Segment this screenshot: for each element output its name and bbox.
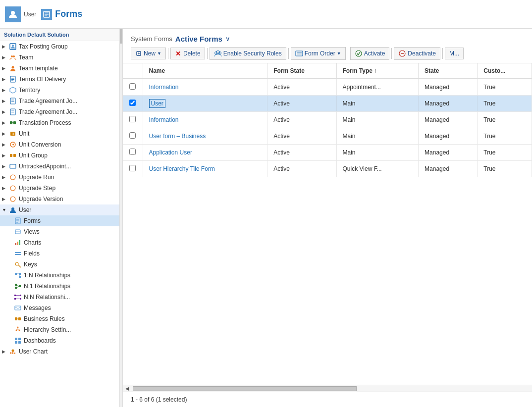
sidebar-item-upgrade-step[interactable]: ▶ Upgrade Step xyxy=(0,183,122,194)
row-checkbox-cell[interactable] xyxy=(123,161,143,177)
row-checkbox-cell[interactable] xyxy=(123,112,143,128)
deactivate-button[interactable]: Deactivate xyxy=(394,47,440,60)
sidebar-sub-item-forms[interactable]: Forms xyxy=(0,215,122,226)
sidebar-sub-item-charts[interactable]: Charts xyxy=(0,237,122,248)
forms-icon xyxy=(14,217,22,225)
svg-rect-40 xyxy=(17,242,18,245)
sidebar-sub-item-views[interactable]: Views xyxy=(0,226,122,237)
row-name-cell[interactable]: Information xyxy=(143,112,267,128)
svg-rect-26 xyxy=(10,154,12,157)
svg-line-55 xyxy=(17,286,19,288)
row-checkbox[interactable] xyxy=(129,83,136,90)
sidebar-section-title: Solution Default Solution xyxy=(0,29,122,41)
row-checkbox-cell[interactable] xyxy=(123,145,143,161)
form-order-button[interactable]: Form Order ▼ xyxy=(291,47,346,60)
sidebar-item-terms-of-delivery[interactable]: ▶ Terms Of Delivery xyxy=(0,74,122,85)
content-header: System Forms Active Forms ∨ New ▼ ✕ Dele… xyxy=(123,29,532,63)
sidebar-sub-label: Keys xyxy=(24,261,37,268)
row-checkbox[interactable] xyxy=(129,132,136,139)
sidebar-item-user[interactable]: ▼ User xyxy=(0,204,122,215)
enable-security-roles-button[interactable]: Enable Security Roles xyxy=(210,47,286,60)
sidebar-sub-item-messages[interactable]: Messages xyxy=(0,303,122,313)
sidebar-label: User xyxy=(19,206,31,213)
row-form-state-cell: Active xyxy=(267,96,336,112)
row-checkbox-cell[interactable] xyxy=(123,79,143,96)
row-checkbox-cell[interactable] xyxy=(123,128,143,145)
sidebar-item-user-chart[interactable]: ▶ User Chart xyxy=(0,346,122,357)
deactivate-icon xyxy=(398,50,406,57)
arrow-icon: ▶ xyxy=(2,142,8,147)
sidebar-sub-item-fields[interactable]: Fields xyxy=(0,248,122,259)
table-row: Application User Active Main Managed Tru… xyxy=(123,145,532,161)
sidebar-item-upgrade-run[interactable]: ▶ Upgrade Run xyxy=(0,172,122,183)
toolbar-separator-3 xyxy=(288,48,289,59)
row-checkbox[interactable] xyxy=(129,149,136,155)
row-checkbox[interactable] xyxy=(129,100,136,106)
sidebar-item-territory[interactable]: ▶ Territory xyxy=(0,85,122,96)
chevron-down-icon[interactable]: ∨ xyxy=(225,35,230,43)
sidebar-scroll-indicator xyxy=(119,29,122,407)
page-title: Forms xyxy=(55,9,82,19)
app-header: User Forms xyxy=(0,0,532,29)
sidebar-item-unit-conversion[interactable]: ▶ Unit Conversion xyxy=(0,139,122,150)
row-name-cell[interactable]: Application User xyxy=(143,145,267,161)
active-forms-label[interactable]: Active Forms xyxy=(175,35,222,43)
sidebar-sub-item-hierarchy[interactable]: Hierarchy Settin... xyxy=(0,324,122,335)
activate-button[interactable]: Activate xyxy=(350,47,390,60)
row-name-cell[interactable]: User xyxy=(143,96,267,112)
team-icon xyxy=(9,53,17,61)
sidebar-sub-item-1n-relationships[interactable]: 1:N Relationships xyxy=(0,270,122,281)
row-name-cell[interactable]: User form – Business xyxy=(143,128,267,145)
sidebar-item-trade-1[interactable]: ▶ Trade Agreement Jo... xyxy=(0,96,122,106)
table-row: Information Active Main Managed True xyxy=(123,112,532,128)
user-entity-icon xyxy=(9,206,17,214)
sidebar-item-trade-2[interactable]: ▶ Trade Agreement Jo... xyxy=(0,106,122,117)
sidebar-sub-item-n1-relationships[interactable]: N:1 Relationships xyxy=(0,281,122,292)
header-user-label: User xyxy=(24,11,36,18)
col-form-type[interactable]: Form Type ↑ xyxy=(336,63,419,79)
sidebar-sub-item-dashboards[interactable]: Dashboards xyxy=(0,335,122,346)
arrow-icon: ▶ xyxy=(2,120,8,125)
col-customizable[interactable]: Custo... xyxy=(478,63,532,79)
sidebar-sub-item-keys[interactable]: Keys xyxy=(0,259,122,270)
arrow-icon: ▶ xyxy=(2,197,8,202)
sidebar-label: Unit Group xyxy=(19,152,48,159)
table-row: User form – Business Active Main Managed… xyxy=(123,128,532,145)
col-form-state[interactable]: Form State xyxy=(267,63,336,79)
horizontal-scrollbar[interactable]: ◀ xyxy=(123,385,532,392)
row-name-cell[interactable]: Information xyxy=(143,79,267,96)
sidebar-sub-label: Views xyxy=(24,228,40,235)
sidebar-item-team-template[interactable]: ▶ Team template xyxy=(0,63,122,74)
breadcrumb-label: System Forms xyxy=(131,35,172,43)
entity-icon xyxy=(9,97,17,105)
svg-rect-63 xyxy=(15,317,17,320)
row-checkbox-cell[interactable] xyxy=(123,96,143,112)
col-name[interactable]: Name xyxy=(143,63,267,79)
delete-button[interactable]: ✕ Delete xyxy=(170,48,205,59)
sidebar-item-unit-group[interactable]: ▶ Unit Group xyxy=(0,150,122,161)
table-container: Name Form State Form Type ↑ State Custo.… xyxy=(123,63,532,385)
sidebar-sub-item-nn-relationships[interactable]: N:N Relationshi... xyxy=(0,292,122,303)
sidebar-label: Unit xyxy=(19,130,29,137)
toolbar-separator-2 xyxy=(207,48,208,59)
col-state[interactable]: State xyxy=(419,63,478,79)
row-checkbox[interactable] xyxy=(129,165,136,171)
row-name-cell[interactable]: User Hierarchy Tile Form xyxy=(143,161,267,177)
more-button[interactable]: M... xyxy=(445,48,464,59)
svg-rect-47 xyxy=(19,273,21,275)
sidebar-sub-item-business-rules[interactable]: Business Rules xyxy=(0,313,122,324)
sidebar-item-tax-posting-group[interactable]: ▶ Tax Posting Group xyxy=(0,41,122,52)
sidebar-item-upgrade-version[interactable]: ▶ Upgrade Version xyxy=(0,194,122,204)
new-button[interactable]: New ▼ xyxy=(131,48,166,59)
sidebar-item-translation-process[interactable]: ▶ Translation Process xyxy=(0,117,122,128)
sidebar-item-untracked[interactable]: ▶ UntrackedAppoint... xyxy=(0,161,122,172)
svg-line-54 xyxy=(17,285,19,286)
row-customizable-cell: True xyxy=(478,145,532,161)
scrollbar-thumb[interactable] xyxy=(133,386,357,391)
scrollbar-left-arrow[interactable]: ◀ xyxy=(124,386,131,392)
sidebar-sub-label: Hierarchy Settin... xyxy=(24,326,71,333)
entity-icon xyxy=(9,75,17,83)
sidebar-item-unit[interactable]: ▶ U Unit xyxy=(0,128,122,139)
sidebar-item-team[interactable]: ▶ Team xyxy=(0,52,122,63)
row-checkbox[interactable] xyxy=(129,116,136,122)
